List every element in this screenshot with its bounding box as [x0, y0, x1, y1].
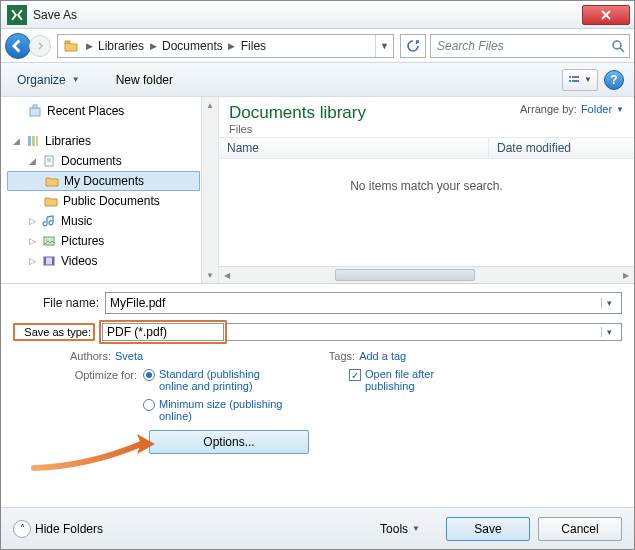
hide-folders-label: Hide Folders — [35, 522, 103, 536]
collapse-icon[interactable]: ◢ — [27, 156, 37, 166]
filename-value: MyFile.pdf — [110, 296, 165, 310]
optimize-minimum-radio[interactable]: Minimum size (publishing online) — [143, 398, 289, 422]
form-area: File name: MyFile.pdf ▾ Save as type: PD… — [1, 283, 634, 464]
filename-dropdown[interactable]: ▾ — [601, 298, 617, 308]
tags-value[interactable]: Add a tag — [359, 350, 406, 362]
svg-rect-18 — [44, 257, 46, 265]
optimize-label: Optimize for: — [63, 368, 143, 422]
arrange-label: Arrange by: — [520, 103, 577, 115]
library-subtitle: Files — [229, 123, 366, 135]
breadcrumb[interactable]: Libraries — [96, 39, 146, 53]
column-name[interactable]: Name — [219, 138, 489, 158]
library-title: Documents library — [229, 103, 366, 123]
footer: ˄ Hide Folders Tools ▼ Save Cancel — [1, 507, 634, 549]
nav-tree: Recent Places ◢ Libraries ◢ Documents My… — [1, 97, 219, 283]
search-icon — [607, 39, 629, 53]
radio-icon — [143, 369, 155, 381]
svg-rect-0 — [65, 41, 70, 43]
tree-item-recent-places[interactable]: Recent Places — [7, 101, 218, 121]
authors-label: Authors: — [63, 350, 115, 362]
content-h-scrollbar[interactable]: ◀ ▶ — [219, 266, 634, 283]
savetype-row: Save as type: PDF (*.pdf) ▾ — [13, 320, 622, 344]
new-folder-button[interactable]: New folder — [110, 70, 179, 90]
save-button[interactable]: Save — [446, 517, 530, 541]
tree-item-my-documents[interactable]: My Documents — [7, 171, 200, 191]
folder-icon — [62, 37, 80, 55]
open-after-label: Open file after publishing — [365, 368, 465, 392]
tree-scrollbar[interactable]: ▲ ▼ — [201, 97, 218, 283]
list-icon — [568, 74, 580, 86]
arrange-by[interactable]: Arrange by: Folder ▼ — [520, 103, 624, 115]
open-after-checkbox[interactable]: ✓ Open file after publishing — [349, 368, 465, 422]
search-input[interactable]: Search Files — [430, 34, 630, 58]
tools-menu[interactable]: Tools ▼ — [380, 522, 420, 536]
authors-value[interactable]: Sveta — [115, 350, 143, 362]
chevron-down-icon: ▼ — [412, 524, 420, 533]
tree-item-libraries[interactable]: ◢ Libraries — [7, 131, 218, 151]
organize-menu[interactable]: Organize ▼ — [11, 70, 86, 90]
hide-folders-button[interactable]: ˄ Hide Folders — [13, 520, 103, 538]
tree-item-videos[interactable]: ▷ Videos — [7, 251, 218, 271]
checkbox-icon: ✓ — [349, 369, 361, 381]
svg-point-1 — [613, 41, 621, 49]
chevron-down-icon: ▼ — [72, 75, 80, 84]
svg-rect-7 — [30, 108, 40, 116]
tree-label: Documents — [61, 154, 122, 168]
navbar: ▶ Libraries ▶ Documents ▶ Files ▼ Search… — [1, 29, 634, 63]
tree-item-documents[interactable]: ◢ Documents — [7, 151, 218, 171]
chevron-right-icon: ▶ — [146, 41, 160, 51]
tree-label: Public Documents — [63, 194, 160, 208]
forward-button[interactable] — [29, 35, 51, 57]
expand-icon[interactable]: ▷ — [27, 236, 37, 246]
toolbar: Organize ▼ New folder ▼ ? — [1, 63, 634, 97]
cancel-button[interactable]: Cancel — [538, 517, 622, 541]
address-dropdown[interactable]: ▼ — [375, 35, 393, 57]
address-bar[interactable]: ▶ Libraries ▶ Documents ▶ Files ▼ — [57, 34, 394, 58]
folder-icon — [43, 193, 59, 209]
chevron-down-icon: ▼ — [584, 75, 592, 84]
help-button[interactable]: ? — [604, 70, 624, 90]
filename-input[interactable]: MyFile.pdf ▾ — [105, 292, 622, 314]
optimize-standard-radio[interactable]: Standard (publishing online and printing… — [143, 368, 289, 392]
breadcrumb[interactable]: Documents — [160, 39, 225, 53]
expand-icon[interactable]: ▷ — [27, 216, 37, 226]
expand-icon[interactable]: ▷ — [27, 256, 37, 266]
optimize-standard-label: Standard (publishing online and printing… — [159, 368, 289, 392]
svg-rect-9 — [28, 136, 31, 146]
cancel-label: Cancel — [561, 522, 598, 536]
view-options-button[interactable]: ▼ — [562, 69, 598, 91]
chevron-down-icon: ▼ — [616, 105, 624, 114]
filename-row: File name: MyFile.pdf ▾ — [13, 292, 622, 314]
breadcrumb[interactable]: Files — [239, 39, 268, 53]
tree-label: Pictures — [61, 234, 104, 248]
refresh-button[interactable] — [400, 34, 426, 58]
tags-label: Tags: — [323, 350, 359, 362]
back-button[interactable] — [5, 33, 31, 59]
column-date[interactable]: Date modified — [489, 138, 579, 158]
recent-places-icon — [27, 103, 43, 119]
library-header: Documents library Files Arrange by: Fold… — [219, 97, 634, 137]
close-button[interactable] — [582, 5, 630, 25]
metadata-row: Authors: Sveta Tags: Add a tag — [63, 350, 622, 362]
videos-icon — [41, 253, 57, 269]
savetype-select[interactable]: PDF (*.pdf) — [102, 323, 224, 341]
body: Recent Places ◢ Libraries ◢ Documents My… — [1, 97, 634, 283]
tree-item-pictures[interactable]: ▷ Pictures — [7, 231, 218, 251]
savetype-select-ext[interactable]: ▾ — [227, 323, 622, 341]
content-pane: Documents library Files Arrange by: Fold… — [219, 97, 634, 283]
filename-label: File name: — [13, 296, 105, 310]
tree-label: Recent Places — [47, 104, 124, 118]
empty-message: No items match your search. — [219, 159, 634, 213]
savetype-label: Save as type: — [13, 323, 95, 341]
collapse-icon[interactable]: ◢ — [11, 136, 21, 146]
svg-rect-4 — [569, 80, 571, 82]
savetype-dropdown[interactable]: ▾ — [601, 327, 617, 337]
arrange-value: Folder — [581, 103, 612, 115]
tree-item-public-documents[interactable]: Public Documents — [7, 191, 218, 211]
tree-label: Videos — [61, 254, 97, 268]
optimize-minimum-label: Minimum size (publishing online) — [159, 398, 289, 422]
organize-label: Organize — [17, 73, 66, 87]
options-button[interactable]: Options... — [149, 430, 309, 454]
tree-item-music[interactable]: ▷ Music — [7, 211, 218, 231]
chevron-up-icon: ˄ — [13, 520, 31, 538]
